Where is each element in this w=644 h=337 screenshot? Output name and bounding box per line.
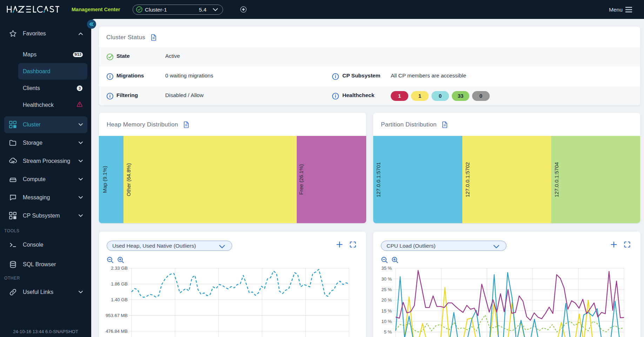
svg-text:2.33 GB: 2.33 GB xyxy=(111,266,128,271)
svg-text:1.40 GB: 1.40 GB xyxy=(111,297,128,302)
svg-text:10 %: 10 % xyxy=(381,319,392,324)
svg-text:20 %: 20 % xyxy=(381,297,392,303)
svg-text:35 %: 35 % xyxy=(381,266,392,271)
svg-text:15 %: 15 % xyxy=(381,308,392,314)
svg-text:5 %: 5 % xyxy=(384,329,392,335)
svg-text:30 %: 30 % xyxy=(381,276,392,282)
svg-text:476.84 MB: 476.84 MB xyxy=(106,329,128,334)
svg-text:953.67 MB: 953.67 MB xyxy=(106,313,128,318)
svg-text:25 %: 25 % xyxy=(381,287,392,292)
svg-text:1.86 GB: 1.86 GB xyxy=(111,281,128,287)
